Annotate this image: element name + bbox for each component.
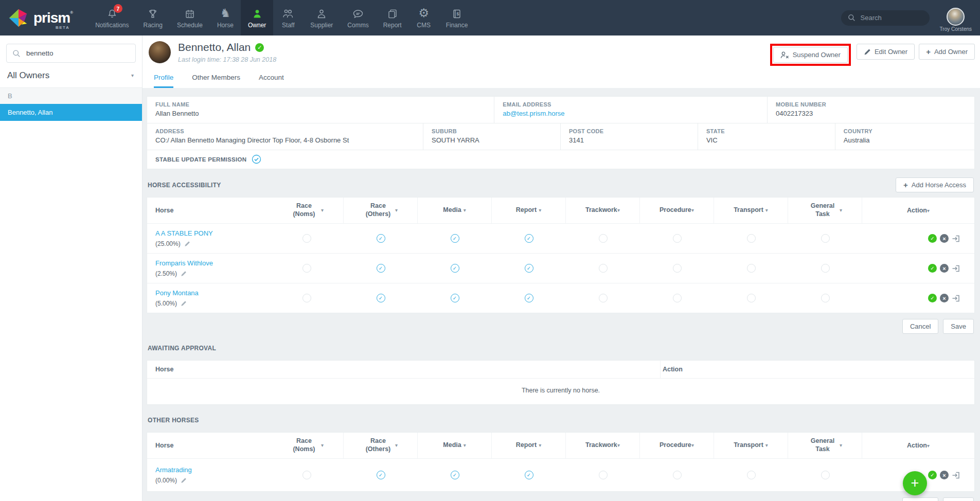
edit-share-pencil-icon[interactable] [181,300,187,307]
access-toggle-race-others[interactable] [377,234,385,243]
access-toggle-procedure[interactable] [673,264,682,273]
cancel-button[interactable]: Cancel [902,319,938,334]
column-header-race-noms[interactable]: Race (Noms)▾ [270,433,344,458]
access-toggle-report[interactable] [525,294,533,302]
access-toggle-transport[interactable] [747,234,756,243]
access-toggle-race-noms[interactable] [302,264,311,273]
column-header-procedure[interactable]: Procedure▾ [640,198,714,223]
access-toggle-general-task[interactable] [821,264,830,273]
approve-icon[interactable]: ✓ [928,471,937,479]
column-header-general-task[interactable]: General Task▾ [788,198,862,223]
enter-horse-icon[interactable] [952,264,960,273]
access-toggle-procedure[interactable] [673,234,682,243]
tab-account[interactable]: Account [259,74,284,88]
horse-link[interactable]: Fromparis Withlove [155,259,270,267]
column-header-action[interactable]: Action▾ [862,207,974,214]
access-toggle-report[interactable] [525,234,533,243]
column-header-media[interactable]: Media▾ [418,433,492,458]
column-header-race-noms[interactable]: Race (Noms)▾ [270,198,344,223]
horse-link[interactable]: Armatrading [155,466,270,474]
nav-item-cms[interactable]: ⚙ CMS [409,0,439,35]
column-header-transport[interactable]: Transport▾ [714,198,788,223]
access-toggle-race-noms[interactable] [302,294,311,302]
global-search[interactable] [841,10,930,26]
access-toggle-procedure[interactable] [673,471,682,479]
edit-share-pencil-icon[interactable] [181,477,187,484]
column-header-trackwork[interactable]: Trackwork▾ [566,433,640,458]
horse-link[interactable]: A A STABLE PONY [155,229,270,237]
access-toggle-race-others[interactable] [377,264,385,273]
approve-icon[interactable]: ✓ [928,294,937,302]
nav-item-racing[interactable]: Racing [136,0,170,35]
global-search-input[interactable] [860,13,916,22]
remove-icon[interactable]: × [940,234,949,243]
nav-item-report[interactable]: Report [376,0,409,35]
suspend-owner-button[interactable]: Suspend Owner [773,47,848,63]
access-toggle-transport[interactable] [747,471,756,479]
save-button[interactable]: Save [943,319,974,334]
access-toggle-race-noms[interactable] [302,471,311,479]
access-toggle-media[interactable] [451,471,459,479]
column-header-report[interactable]: Report▾ [492,198,566,223]
horse-link[interactable]: Pony Montana [155,289,270,297]
remove-icon[interactable]: × [940,264,949,273]
access-toggle-general-task[interactable] [821,471,830,479]
remove-icon[interactable]: × [940,294,949,302]
approve-icon[interactable]: ✓ [928,234,937,243]
nav-item-comms[interactable]: Comms [340,0,376,35]
add-floating-action-button[interactable]: + [903,471,927,495]
access-toggle-race-others[interactable] [377,471,385,479]
prism-logo[interactable]: prism®BETA [0,0,88,35]
column-header-trackwork[interactable]: Trackwork▾ [566,198,640,223]
remove-icon[interactable]: × [940,471,949,479]
owner-search-input[interactable] [25,49,130,58]
tab-other-members[interactable]: Other Members [192,74,240,88]
access-toggle-report[interactable] [525,264,533,273]
add-owner-button[interactable]: + Add Owner [919,44,975,60]
column-header-general-task[interactable]: General Task▾ [788,433,862,458]
column-header-procedure[interactable]: Procedure▾ [640,433,714,458]
nav-item-horse[interactable]: ♞ Horse [210,0,241,35]
owner-search-box[interactable] [6,44,136,63]
nav-item-staff[interactable]: Staff [273,0,303,35]
cancel-button[interactable]: Cancel [902,497,938,501]
owner-filter-dropdown[interactable]: All Owners ▾ [0,69,142,87]
access-toggle-transport[interactable] [747,264,756,273]
approve-icon[interactable]: ✓ [928,264,937,273]
column-header-report[interactable]: Report▾ [492,433,566,458]
access-toggle-transport[interactable] [747,294,756,302]
column-header-race-others[interactable]: Race (Others)▾ [344,433,418,458]
enter-horse-icon[interactable] [952,471,960,479]
nav-item-schedule[interactable]: Schedule [170,0,210,35]
access-toggle-race-noms[interactable] [302,234,311,243]
access-toggle-media[interactable] [451,294,459,302]
column-header-race-others[interactable]: Race (Others)▾ [344,198,418,223]
access-toggle-race-others[interactable] [377,294,385,302]
enter-horse-icon[interactable] [952,235,960,243]
access-toggle-trackwork[interactable] [599,294,608,302]
column-header-transport[interactable]: Transport▾ [714,433,788,458]
edit-share-pencil-icon[interactable] [184,241,190,247]
nav-item-notifications[interactable]: Notifications 7 [88,0,136,35]
nav-item-finance[interactable]: $ Finance [439,0,475,35]
access-toggle-media[interactable] [451,264,459,273]
column-header-media[interactable]: Media▾ [418,198,492,223]
access-toggle-report[interactable] [525,471,533,479]
access-toggle-procedure[interactable] [673,294,682,302]
user-avatar[interactable] [947,8,965,26]
access-toggle-trackwork[interactable] [599,234,608,243]
tab-profile[interactable]: Profile [154,74,173,88]
edit-share-pencil-icon[interactable] [181,271,187,277]
access-toggle-general-task[interactable] [821,294,830,302]
access-toggle-trackwork[interactable] [599,471,608,479]
edit-owner-button[interactable]: Edit Owner [857,44,915,60]
column-header-action[interactable]: Action▾ [862,442,974,449]
user-menu[interactable]: Troy Corstens [940,4,972,32]
save-button[interactable]: Save [943,497,974,501]
access-toggle-trackwork[interactable] [599,264,608,273]
nav-item-owner[interactable]: Owner [241,0,273,35]
owner-list-item[interactable]: Bennetto, Allan [0,104,142,121]
access-toggle-general-task[interactable] [821,234,830,243]
add-horse-access-button[interactable]: + Add Horse Access [896,177,974,192]
access-toggle-media[interactable] [451,234,459,243]
